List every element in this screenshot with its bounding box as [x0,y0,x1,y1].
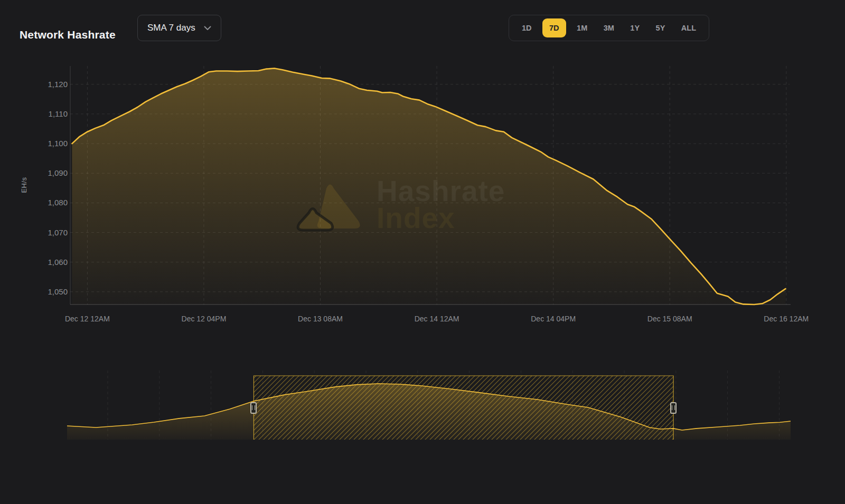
watermark-text: Hashrate Index [377,178,505,232]
network-hashrate-panel: Network Hashrate SMA 7 days 1D7D1M3M1Y5Y… [0,0,845,504]
x-tick-label: Dec 12 04PM [170,315,238,323]
hashrate-line [72,69,785,305]
y-tick-label: 1,110 [30,109,68,118]
hashrate-index-logo-icon [294,174,366,235]
navigator-area [67,384,791,440]
range-button-1d[interactable]: 1D [517,18,537,37]
x-tick-label: Dec 13 08AM [286,315,355,323]
x-tick-label: Dec 16 12AM [752,315,821,323]
range-button-1m[interactable]: 1M [571,18,593,37]
range-button-5y[interactable]: 5Y [651,18,671,37]
x-tick-label: Dec 14 04PM [519,315,588,323]
y-tick-label: 1,120 [30,80,68,89]
range-switcher: 1D7D1M3M1Y5YALL [509,15,709,41]
y-axis-title: EH/s [20,177,28,193]
main-grid [70,66,791,305]
y-tick-label: 1,090 [30,168,68,177]
sma-dropdown[interactable]: SMA 7 days [137,15,221,41]
y-tick-label: 1,070 [30,228,68,237]
x-tick-label: Dec 12 12AM [53,315,121,323]
range-button-7d[interactable]: 7D [542,18,566,37]
range-button-3m[interactable]: 3M [598,18,619,37]
y-tick-label: 1,100 [30,139,68,148]
navigator-grid [108,370,779,440]
range-button-1y[interactable]: 1Y [625,18,645,37]
hashrate-area [72,69,785,305]
y-tick-label: 1,060 [30,258,68,267]
chart-canvas[interactable] [0,0,845,504]
y-tick-label: 1,080 [30,198,68,207]
sma-dropdown-value: SMA 7 days [147,23,195,33]
navigator-selection[interactable] [253,376,673,440]
chevron-down-icon [204,26,211,31]
navigator-line [67,384,791,430]
navigator-handle-right-icon[interactable] [670,402,677,414]
x-tick-label: Dec 14 12AM [402,315,471,323]
x-tick-label: Dec 15 08AM [635,315,704,323]
hashrate-index-watermark: Hashrate Index [294,174,505,235]
navigator-selection-border [253,376,673,440]
page-title: Network Hashrate [20,28,116,41]
navigator-handle-left-icon[interactable] [250,402,257,414]
range-button-all[interactable]: ALL [676,18,701,37]
y-tick-label: 1,050 [30,287,68,296]
